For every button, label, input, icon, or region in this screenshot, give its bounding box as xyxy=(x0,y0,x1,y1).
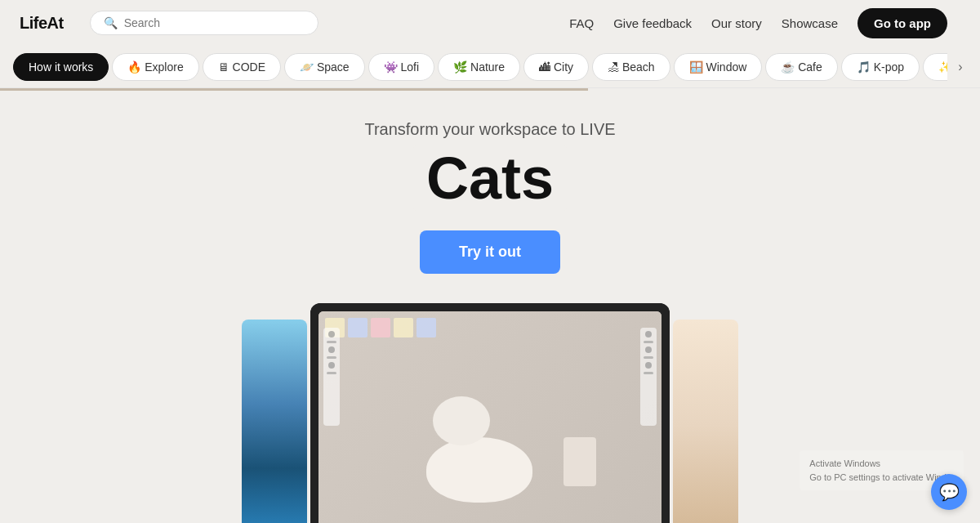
scroll-right-button[interactable]: › xyxy=(947,54,973,80)
ui-rdot-2 xyxy=(645,346,652,353)
tab-nature[interactable]: 🌿 Nature xyxy=(438,53,520,81)
laptop-bezel xyxy=(310,303,670,523)
logo: LifeAt xyxy=(20,14,64,33)
ui-panel-right xyxy=(640,328,657,426)
right-preview-image xyxy=(673,320,738,523)
left-preview-image xyxy=(242,320,307,523)
ui-rdot-1 xyxy=(645,331,652,337)
nav-give-feedback[interactable]: Give feedback xyxy=(613,16,692,30)
tab-beach[interactable]: 🏖 Beach xyxy=(592,53,670,81)
tab-k-pop[interactable]: 🎵 K-pop xyxy=(841,53,920,81)
sticky-note-3 xyxy=(371,318,390,337)
main-preview-laptop xyxy=(310,303,670,523)
tab-city[interactable]: 🏙 City xyxy=(523,53,589,81)
tabs-scroll: How it works🔥 Explore🖥 CODE🪐 Space👾 Lofi… xyxy=(0,53,947,81)
ui-rdot-3 xyxy=(645,362,652,369)
cat-head xyxy=(433,396,490,445)
tab-cafe[interactable]: ☕ Cafe xyxy=(765,53,837,81)
tab-code[interactable]: 🖥 CODE xyxy=(203,53,281,81)
fan-object xyxy=(564,437,596,486)
sticky-note-4 xyxy=(394,318,413,337)
nav-faq[interactable]: FAQ xyxy=(569,16,594,30)
hero-title: Cats xyxy=(413,145,567,211)
ui-dot-1 xyxy=(328,331,335,337)
chat-bubble-button[interactable]: 💬 xyxy=(931,474,967,510)
hero-subtitle: Transform your workspace to LIVE xyxy=(364,120,615,139)
try-it-out-button[interactable]: Try it out xyxy=(420,230,560,274)
windows-line2: Go to PC settings to activate Wind... xyxy=(809,471,954,485)
tab-space[interactable]: 🪐 Space xyxy=(284,53,365,81)
sticky-note-5 xyxy=(416,318,436,337)
ui-dot-2 xyxy=(328,346,335,353)
header: LifeAt 🔍 FAQ Give feedback Our story Sho… xyxy=(0,0,980,46)
laptop-screen xyxy=(318,311,662,523)
cat-scene xyxy=(318,311,662,523)
ui-dot-3 xyxy=(328,362,335,369)
ui-rbar-1 xyxy=(644,341,653,343)
ui-bar-3 xyxy=(327,372,336,374)
ui-bar-1 xyxy=(327,341,336,343)
search-input[interactable] xyxy=(124,16,305,29)
tab-how-it-works[interactable]: How it works xyxy=(13,53,109,81)
tab-explore[interactable]: 🔥 Explore xyxy=(112,53,198,81)
nav-showcase[interactable]: Showcase xyxy=(782,16,838,30)
wall-decorations xyxy=(318,311,662,430)
nav-our-story[interactable]: Our story xyxy=(711,16,762,30)
nav-links: FAQ Give feedback Our story Showcase Go … xyxy=(318,8,947,38)
tabs-container: How it works🔥 Explore🖥 CODE🪐 Space👾 Lofi… xyxy=(0,46,980,88)
ui-panel-left xyxy=(323,328,340,426)
tab-lofi[interactable]: 👾 Lofi xyxy=(368,53,434,81)
search-bar[interactable]: 🔍 xyxy=(90,11,318,35)
ui-rbar-3 xyxy=(644,372,653,374)
cat-body xyxy=(426,437,532,503)
windows-line1: Activate Windows xyxy=(809,457,954,471)
ui-rbar-2 xyxy=(644,356,653,359)
go-to-app-button[interactable]: Go to app xyxy=(858,8,947,38)
tab-anime[interactable]: ✨ Anime xyxy=(923,53,947,81)
tab-window[interactable]: 🪟 Window xyxy=(674,53,763,81)
ui-bar-2 xyxy=(327,356,336,359)
search-icon: 🔍 xyxy=(104,16,118,29)
sticky-note-2 xyxy=(348,318,368,337)
